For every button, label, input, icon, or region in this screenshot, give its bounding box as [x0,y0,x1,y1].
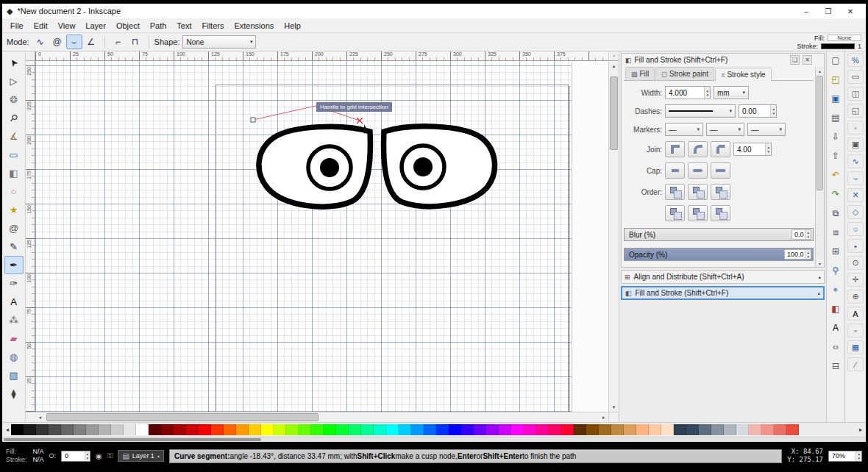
palette-swatch[interactable] [536,424,549,435]
palette-swatch[interactable] [274,424,286,435]
menu-layer[interactable]: Layer [80,20,111,32]
palette-swatch[interactable] [486,424,499,435]
marker-start-dropdown[interactable]: —▾ [665,123,703,136]
snap-object-center-button[interactable]: ✛ [847,273,864,287]
palette-swatch[interactable] [111,424,124,435]
palette-swatch[interactable] [661,424,674,435]
join-miter-button[interactable] [665,141,685,157]
palette-swatch[interactable] [199,424,211,435]
maximize-button[interactable]: ❐ [817,4,839,18]
palette-swatch[interactable] [349,424,361,435]
palette-swatch[interactable] [599,424,611,435]
spray-tool[interactable]: ⁂ [4,311,24,329]
mode-sequence[interactable]: ⊓ [127,35,143,49]
zoom-selection-button[interactable]: ⚲ [828,263,844,278]
order-option-1-button[interactable] [665,184,685,200]
scroll-down-icon[interactable]: ▾ [609,402,619,412]
scroll-left-icon[interactable]: ◂ [35,412,45,422]
snap-toggle-button[interactable]: % [847,53,864,67]
mode-paraxial[interactable]: ⌐ [110,35,127,49]
left-eye-pupil[interactable] [320,158,339,177]
palette-swatch[interactable] [211,424,224,435]
calligraphy-tool[interactable]: ✑ [4,274,24,293]
snap-others-button[interactable]: ⊙ [847,256,864,270]
print-document-button[interactable]: ▤ [828,110,844,125]
expander-icon[interactable]: ▴ [817,290,820,296]
text-dialog-button[interactable]: A [828,321,844,335]
stroke-color-swatch[interactable] [821,43,855,49]
palette-swatch[interactable] [461,424,474,435]
dash-offset-spinner[interactable]: 0.00 ▴▾ [739,104,777,118]
palette-left-icon[interactable]: ◂ [4,426,11,433]
layer-visibility-icon[interactable]: ◉ [96,452,102,460]
palette-scrollbar[interactable] [2,437,866,442]
save-document-button[interactable]: ▣ [828,91,844,106]
snap-cusp-node-button[interactable]: ◇ [847,205,864,219]
tweak-tool[interactable]: ❂ [4,90,24,109]
palette-swatch[interactable] [386,424,399,435]
expander-icon[interactable]: ▴ [818,274,821,280]
palette-swatch[interactable] [136,424,149,435]
export-button[interactable]: ⇧ [828,149,844,163]
ruler-corner-button[interactable]: ▪ [608,51,619,61]
palette-swatch[interactable] [336,424,349,435]
vertical-scroll-thumb[interactable] [610,76,618,150]
palette-swatch[interactable] [124,424,136,435]
zoom-spinner[interactable]: 70% ▴▾ [828,451,862,462]
palette-swatch[interactable] [11,424,24,435]
menu-object[interactable]: Object [111,20,145,32]
layer-lock-icon[interactable]: ⚿ [107,451,113,460]
snap-bbox-edge-button[interactable]: ◫ [847,87,864,101]
palette-swatch[interactable] [686,424,699,435]
fill-value[interactable]: None [828,35,861,41]
xml-editor-button[interactable]: ‹› [828,340,844,354]
palette-swatch[interactable] [611,424,624,435]
tab-fill[interactable]: ▨Fill [625,67,655,80]
palette-swatch[interactable] [549,424,561,435]
scroll-up-icon[interactable]: ▴ [816,67,824,74]
dock-scrollbar[interactable]: ▴ ▾ [815,67,824,267]
marker-mid-dropdown[interactable]: —▾ [706,123,744,136]
snap-text-baseline-button[interactable]: A [847,307,864,321]
palette-swatch[interactable] [24,424,36,435]
eraser-tool[interactable]: ▰ [4,329,24,348]
palette-swatch[interactable] [49,424,61,435]
palette-swatch[interactable] [786,424,799,435]
palette-swatch[interactable] [149,424,161,435]
order-option-4-button[interactable] [665,205,685,221]
palette-swatch[interactable] [711,424,724,435]
zoom-page-button[interactable]: ⌖ [828,282,844,297]
mode-polyline[interactable]: ∠ [83,35,99,49]
cap-square-button[interactable] [711,162,730,179]
palette-swatch[interactable] [649,424,661,435]
mode-spiro[interactable]: @ [49,35,65,49]
snap-nodes-button[interactable]: ∿ [847,154,864,168]
snap-grid-button[interactable]: ▦ [847,340,864,354]
blur-slider[interactable]: Blur (%) 0.0 ▴▾ [624,228,814,241]
palette-swatch[interactable] [236,424,249,435]
snap-rotation-center-button[interactable]: ⊕ [847,290,864,304]
mode-bspline[interactable]: ⌣ [66,35,82,49]
menu-extensions[interactable]: Extensions [229,20,279,32]
palette-swatch[interactable] [224,424,236,435]
import-button[interactable]: ⇩ [828,129,844,144]
order-option-2-button[interactable] [688,184,708,200]
duplicate-button[interactable]: ⊞ [828,244,844,259]
paste-button[interactable]: ⧈ [828,225,844,240]
mode-bezier[interactable]: ∿ [32,35,49,49]
palette-swatch[interactable] [86,424,99,435]
vertical-scrollbar[interactable]: ▴ ▾ [608,61,619,412]
palette-swatch[interactable] [324,424,336,435]
palette-swatch[interactable] [736,424,749,435]
palette-swatch[interactable] [586,424,599,435]
gradient-tool[interactable]: ▧ [4,366,24,385]
text-tool[interactable]: A [4,293,24,311]
snap-midpoint-button[interactable]: • [847,239,864,253]
palette-swatch[interactable] [424,424,436,435]
path-node-handle[interactable] [251,118,255,122]
bucket-fill-tool[interactable]: ◍ [4,348,24,366]
fill-stroke-panel-header[interactable]: ◧ Fill and Stroke (Shift+Ctrl+F) ▴ [621,286,825,300]
palette-swatch[interactable] [436,424,449,435]
palette-swatch[interactable] [561,424,574,435]
spiral-tool[interactable]: @ [4,219,24,237]
